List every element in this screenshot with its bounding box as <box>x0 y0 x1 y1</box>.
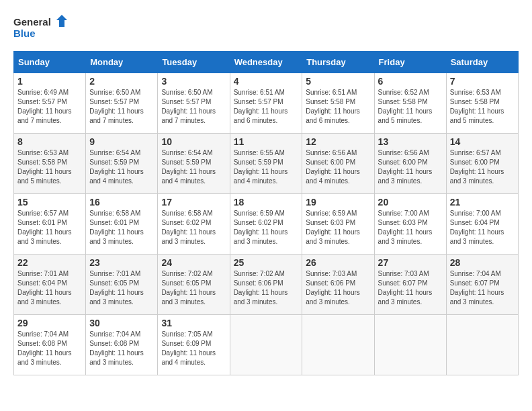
svg-text:General: General <box>13 16 51 28</box>
day-number: 21 <box>450 197 515 208</box>
sunrise-label: Sunrise: 6:54 AM <box>161 149 212 156</box>
sunset-label: Sunset: 6:00 PM <box>450 158 500 166</box>
daylight-label: Daylight: 11 hours and 4 minutes. <box>306 168 360 185</box>
calendar-cell: 8 Sunrise: 6:53 AM Sunset: 5:58 PM Dayli… <box>14 134 86 194</box>
day-number: 28 <box>450 257 515 268</box>
day-number: 30 <box>89 318 154 328</box>
calendar-cell: 21 Sunrise: 7:00 AM Sunset: 6:04 PM Dayl… <box>446 194 518 255</box>
day-number: 15 <box>17 197 82 208</box>
day-info: Sunrise: 7:02 AM Sunset: 6:05 PM Dayligh… <box>161 269 226 307</box>
weekday-header-row: SundayMondayTuesdayWednesdayThursdayFrid… <box>14 52 519 73</box>
day-info: Sunrise: 6:56 AM Sunset: 6:00 PM Dayligh… <box>378 148 443 186</box>
calendar-cell: 19 Sunrise: 6:59 AM Sunset: 6:03 PM Dayl… <box>302 194 374 255</box>
day-number: 11 <box>234 136 299 147</box>
sunset-label: Sunset: 6:00 PM <box>306 158 355 166</box>
calendar-cell: 28 Sunrise: 7:04 AM Sunset: 6:07 PM Dayl… <box>446 255 518 315</box>
logo-svg: General Blue <box>13 13 67 40</box>
day-number: 14 <box>450 136 515 147</box>
sunrise-label: Sunrise: 7:04 AM <box>17 330 69 338</box>
sunrise-label: Sunrise: 6:53 AM <box>17 149 69 156</box>
day-info: Sunrise: 7:03 AM Sunset: 6:06 PM Dayligh… <box>306 269 370 307</box>
sunset-label: Sunset: 6:08 PM <box>17 340 67 347</box>
day-info: Sunrise: 7:01 AM Sunset: 6:04 PM Dayligh… <box>17 269 82 307</box>
sunset-label: Sunset: 6:07 PM <box>450 279 500 287</box>
sunset-label: Sunset: 5:58 PM <box>17 158 67 166</box>
calendar-cell: 10 Sunrise: 6:54 AM Sunset: 5:59 PM Dayl… <box>158 134 230 194</box>
day-info: Sunrise: 6:55 AM Sunset: 5:59 PM Dayligh… <box>234 148 299 186</box>
calendar-cell: 13 Sunrise: 6:56 AM Sunset: 6:00 PM Dayl… <box>374 134 446 194</box>
day-info: Sunrise: 6:52 AM Sunset: 5:58 PM Dayligh… <box>378 88 443 126</box>
calendar-cell: 9 Sunrise: 6:54 AM Sunset: 5:59 PM Dayli… <box>86 134 158 194</box>
sunset-label: Sunset: 5:58 PM <box>306 98 355 105</box>
weekday-header-cell: Saturday <box>446 52 518 73</box>
sunrise-label: Sunrise: 6:59 AM <box>234 210 285 217</box>
weekday-header-cell: Sunday <box>14 52 86 73</box>
calendar-cell: 23 Sunrise: 7:01 AM Sunset: 6:05 PM Dayl… <box>86 255 158 315</box>
day-number: 25 <box>234 257 299 268</box>
day-info: Sunrise: 6:51 AM Sunset: 5:57 PM Dayligh… <box>234 88 299 126</box>
calendar-week-row: 29 Sunrise: 7:04 AM Sunset: 6:08 PM Dayl… <box>14 315 519 375</box>
sunset-label: Sunset: 5:58 PM <box>378 98 428 105</box>
sunrise-label: Sunrise: 6:54 AM <box>89 149 140 156</box>
sunrise-label: Sunrise: 6:56 AM <box>306 149 357 156</box>
sunset-label: Sunset: 6:07 PM <box>378 279 428 287</box>
sunset-label: Sunset: 6:01 PM <box>17 219 67 226</box>
daylight-label: Daylight: 11 hours and 6 minutes. <box>306 107 360 124</box>
day-number: 6 <box>378 76 443 87</box>
day-number: 4 <box>234 76 299 87</box>
sunrise-label: Sunrise: 7:00 AM <box>450 210 501 217</box>
sunrise-label: Sunrise: 6:50 AM <box>89 89 140 96</box>
calendar-cell: 14 Sunrise: 6:57 AM Sunset: 6:00 PM Dayl… <box>446 134 518 194</box>
calendar-cell: 29 Sunrise: 7:04 AM Sunset: 6:08 PM Dayl… <box>14 315 86 375</box>
day-info: Sunrise: 6:49 AM Sunset: 5:57 PM Dayligh… <box>17 88 82 126</box>
day-info: Sunrise: 7:04 AM Sunset: 6:08 PM Dayligh… <box>89 330 154 367</box>
sunrise-label: Sunrise: 6:59 AM <box>306 210 357 217</box>
calendar-cell: 24 Sunrise: 7:02 AM Sunset: 6:05 PM Dayl… <box>158 255 230 315</box>
calendar-table: SundayMondayTuesdayWednesdayThursdayFrid… <box>13 51 519 375</box>
daylight-label: Daylight: 11 hours and 3 minutes. <box>306 228 360 245</box>
day-info: Sunrise: 7:02 AM Sunset: 6:06 PM Dayligh… <box>234 269 299 307</box>
sunrise-label: Sunrise: 6:55 AM <box>234 149 285 156</box>
sunset-label: Sunset: 6:06 PM <box>306 279 355 287</box>
calendar-cell: 5 Sunrise: 6:51 AM Sunset: 5:58 PM Dayli… <box>302 73 374 134</box>
calendar-cell: 4 Sunrise: 6:51 AM Sunset: 5:57 PM Dayli… <box>230 73 302 134</box>
sunset-label: Sunset: 5:57 PM <box>17 98 67 105</box>
day-number: 26 <box>306 257 370 268</box>
calendar-cell: 6 Sunrise: 6:52 AM Sunset: 5:58 PM Dayli… <box>374 73 446 134</box>
day-info: Sunrise: 7:04 AM Sunset: 6:07 PM Dayligh… <box>450 269 515 307</box>
calendar-week-row: 22 Sunrise: 7:01 AM Sunset: 6:04 PM Dayl… <box>14 255 519 315</box>
sunrise-label: Sunrise: 7:01 AM <box>89 270 140 277</box>
day-number: 7 <box>450 76 515 87</box>
day-info: Sunrise: 7:00 AM Sunset: 6:04 PM Dayligh… <box>450 209 515 246</box>
daylight-label: Daylight: 11 hours and 4 minutes. <box>161 168 216 185</box>
day-info: Sunrise: 7:00 AM Sunset: 6:03 PM Dayligh… <box>378 209 443 246</box>
day-number: 19 <box>306 197 370 208</box>
daylight-label: Daylight: 11 hours and 3 minutes. <box>450 289 504 306</box>
calendar-cell: 12 Sunrise: 6:56 AM Sunset: 6:00 PM Dayl… <box>302 134 374 194</box>
day-info: Sunrise: 6:59 AM Sunset: 6:03 PM Dayligh… <box>306 209 370 246</box>
sunset-label: Sunset: 6:05 PM <box>89 279 139 287</box>
sunset-label: Sunset: 6:05 PM <box>161 279 211 287</box>
sunrise-label: Sunrise: 6:50 AM <box>161 89 212 96</box>
daylight-label: Daylight: 11 hours and 7 minutes. <box>89 107 144 124</box>
daylight-label: Daylight: 11 hours and 4 minutes. <box>161 349 216 366</box>
day-info: Sunrise: 6:50 AM Sunset: 5:57 PM Dayligh… <box>89 88 154 126</box>
calendar-cell: 7 Sunrise: 6:53 AM Sunset: 5:58 PM Dayli… <box>446 73 518 134</box>
sunrise-label: Sunrise: 6:51 AM <box>234 89 285 96</box>
day-info: Sunrise: 6:56 AM Sunset: 6:00 PM Dayligh… <box>306 148 370 186</box>
sunset-label: Sunset: 6:06 PM <box>234 279 283 287</box>
svg-marker-2 <box>56 15 67 27</box>
page-header: General Blue <box>13 13 519 40</box>
daylight-label: Daylight: 11 hours and 3 minutes. <box>161 228 216 245</box>
day-number: 27 <box>378 257 443 268</box>
day-number: 22 <box>17 257 82 268</box>
sunrise-label: Sunrise: 7:00 AM <box>378 210 429 217</box>
day-info: Sunrise: 7:04 AM Sunset: 6:08 PM Dayligh… <box>17 330 82 367</box>
day-number: 3 <box>161 76 226 87</box>
sunrise-label: Sunrise: 7:01 AM <box>17 270 69 277</box>
daylight-label: Daylight: 11 hours and 3 minutes. <box>234 228 288 245</box>
calendar-cell: 16 Sunrise: 6:58 AM Sunset: 6:01 PM Dayl… <box>86 194 158 255</box>
day-number: 2 <box>89 76 154 87</box>
sunrise-label: Sunrise: 7:05 AM <box>161 330 212 338</box>
weekday-header-cell: Thursday <box>302 52 374 73</box>
